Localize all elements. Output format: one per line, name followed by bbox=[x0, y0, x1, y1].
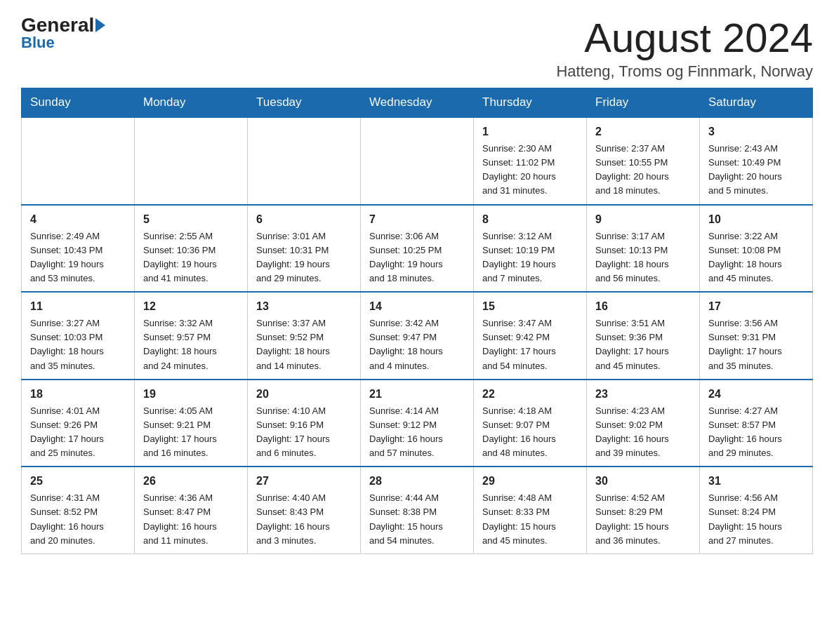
day-number: 20 bbox=[256, 386, 352, 403]
day-number: 11 bbox=[30, 298, 126, 315]
calendar-week-row: 25Sunrise: 4:31 AM Sunset: 8:52 PM Dayli… bbox=[22, 467, 813, 554]
calendar-cell: 24Sunrise: 4:27 AM Sunset: 8:57 PM Dayli… bbox=[700, 380, 813, 467]
day-number: 12 bbox=[143, 298, 239, 315]
calendar-cell: 26Sunrise: 4:36 AM Sunset: 8:47 PM Dayli… bbox=[135, 467, 248, 554]
day-info: Sunrise: 3:51 AM Sunset: 9:36 PM Dayligh… bbox=[595, 316, 691, 373]
day-info: Sunrise: 3:37 AM Sunset: 9:52 PM Dayligh… bbox=[256, 316, 352, 373]
calendar-cell: 16Sunrise: 3:51 AM Sunset: 9:36 PM Dayli… bbox=[587, 292, 700, 380]
day-info: Sunrise: 2:43 AM Sunset: 10:49 PM Daylig… bbox=[708, 142, 804, 199]
day-number: 14 bbox=[369, 298, 465, 315]
day-info: Sunrise: 4:05 AM Sunset: 9:21 PM Dayligh… bbox=[143, 404, 239, 461]
calendar-cell: 23Sunrise: 4:23 AM Sunset: 9:02 PM Dayli… bbox=[587, 380, 700, 467]
weekday-header-monday: Monday bbox=[135, 88, 248, 118]
day-number: 16 bbox=[595, 298, 691, 315]
day-info: Sunrise: 3:22 AM Sunset: 10:08 PM Daylig… bbox=[708, 229, 804, 286]
day-info: Sunrise: 3:27 AM Sunset: 10:03 PM Daylig… bbox=[30, 316, 126, 373]
day-info: Sunrise: 3:56 AM Sunset: 9:31 PM Dayligh… bbox=[708, 316, 804, 373]
calendar-cell: 22Sunrise: 4:18 AM Sunset: 9:07 PM Dayli… bbox=[474, 380, 587, 467]
calendar-cell: 15Sunrise: 3:47 AM Sunset: 9:42 PM Dayli… bbox=[474, 292, 587, 380]
calendar-cell: 21Sunrise: 4:14 AM Sunset: 9:12 PM Dayli… bbox=[361, 380, 474, 467]
day-number: 6 bbox=[256, 211, 352, 228]
logo-blue: Blue bbox=[21, 34, 55, 52]
calendar-cell: 30Sunrise: 4:52 AM Sunset: 8:29 PM Dayli… bbox=[587, 467, 700, 554]
day-info: Sunrise: 4:18 AM Sunset: 9:07 PM Dayligh… bbox=[482, 404, 578, 461]
day-info: Sunrise: 4:44 AM Sunset: 8:38 PM Dayligh… bbox=[369, 491, 465, 548]
day-info: Sunrise: 4:48 AM Sunset: 8:33 PM Dayligh… bbox=[482, 491, 578, 548]
calendar-cell: 10Sunrise: 3:22 AM Sunset: 10:08 PM Dayl… bbox=[700, 205, 813, 293]
day-number: 30 bbox=[595, 473, 691, 490]
logo: General Blue bbox=[21, 14, 107, 52]
logo-arrow-icon bbox=[95, 18, 105, 32]
title-block: August 2024 Hatteng, Troms og Finnmark, … bbox=[556, 14, 813, 81]
day-info: Sunrise: 4:27 AM Sunset: 8:57 PM Dayligh… bbox=[708, 404, 804, 461]
day-number: 15 bbox=[482, 298, 578, 315]
day-info: Sunrise: 2:49 AM Sunset: 10:43 PM Daylig… bbox=[30, 229, 126, 286]
day-info: Sunrise: 4:56 AM Sunset: 8:24 PM Dayligh… bbox=[708, 491, 804, 548]
day-number: 24 bbox=[708, 386, 804, 403]
day-number: 1 bbox=[482, 123, 578, 140]
day-info: Sunrise: 4:01 AM Sunset: 9:26 PM Dayligh… bbox=[30, 404, 126, 461]
day-number: 9 bbox=[595, 211, 691, 228]
calendar-table: SundayMondayTuesdayWednesdayThursdayFrid… bbox=[21, 88, 813, 554]
calendar-cell: 4Sunrise: 2:49 AM Sunset: 10:43 PM Dayli… bbox=[22, 205, 135, 293]
day-number: 8 bbox=[482, 211, 578, 228]
calendar-cell: 13Sunrise: 3:37 AM Sunset: 9:52 PM Dayli… bbox=[248, 292, 361, 380]
location-title: Hatteng, Troms og Finnmark, Norway bbox=[556, 62, 813, 81]
day-number: 26 bbox=[143, 473, 239, 490]
day-number: 2 bbox=[595, 123, 691, 140]
calendar-week-row: 11Sunrise: 3:27 AM Sunset: 10:03 PM Dayl… bbox=[22, 292, 813, 380]
day-info: Sunrise: 4:52 AM Sunset: 8:29 PM Dayligh… bbox=[595, 491, 691, 548]
calendar-cell: 6Sunrise: 3:01 AM Sunset: 10:31 PM Dayli… bbox=[248, 205, 361, 293]
calendar-header-row: SundayMondayTuesdayWednesdayThursdayFrid… bbox=[22, 88, 813, 118]
day-info: Sunrise: 3:06 AM Sunset: 10:25 PM Daylig… bbox=[369, 229, 465, 286]
calendar-cell: 9Sunrise: 3:17 AM Sunset: 10:13 PM Dayli… bbox=[587, 205, 700, 293]
day-number: 13 bbox=[256, 298, 352, 315]
weekday-header-wednesday: Wednesday bbox=[361, 88, 474, 118]
calendar-cell: 11Sunrise: 3:27 AM Sunset: 10:03 PM Dayl… bbox=[22, 292, 135, 380]
weekday-header-saturday: Saturday bbox=[700, 88, 813, 118]
day-number: 22 bbox=[482, 386, 578, 403]
calendar-week-row: 4Sunrise: 2:49 AM Sunset: 10:43 PM Dayli… bbox=[22, 205, 813, 293]
calendar-cell: 7Sunrise: 3:06 AM Sunset: 10:25 PM Dayli… bbox=[361, 205, 474, 293]
calendar-cell: 31Sunrise: 4:56 AM Sunset: 8:24 PM Dayli… bbox=[700, 467, 813, 554]
day-number: 29 bbox=[482, 473, 578, 490]
day-info: Sunrise: 3:32 AM Sunset: 9:57 PM Dayligh… bbox=[143, 316, 239, 373]
calendar-cell: 3Sunrise: 2:43 AM Sunset: 10:49 PM Dayli… bbox=[700, 117, 813, 205]
calendar-cell: 5Sunrise: 2:55 AM Sunset: 10:36 PM Dayli… bbox=[135, 205, 248, 293]
day-info: Sunrise: 3:12 AM Sunset: 10:19 PM Daylig… bbox=[482, 229, 578, 286]
weekday-header-tuesday: Tuesday bbox=[248, 88, 361, 118]
day-info: Sunrise: 3:01 AM Sunset: 10:31 PM Daylig… bbox=[256, 229, 352, 286]
day-info: Sunrise: 2:37 AM Sunset: 10:55 PM Daylig… bbox=[595, 142, 691, 199]
day-info: Sunrise: 2:30 AM Sunset: 11:02 PM Daylig… bbox=[482, 142, 578, 199]
day-number: 17 bbox=[708, 298, 804, 315]
calendar-cell: 17Sunrise: 3:56 AM Sunset: 9:31 PM Dayli… bbox=[700, 292, 813, 380]
calendar-cell bbox=[361, 117, 474, 205]
calendar-cell: 27Sunrise: 4:40 AM Sunset: 8:43 PM Dayli… bbox=[248, 467, 361, 554]
calendar-week-row: 1Sunrise: 2:30 AM Sunset: 11:02 PM Dayli… bbox=[22, 117, 813, 205]
calendar-cell: 25Sunrise: 4:31 AM Sunset: 8:52 PM Dayli… bbox=[22, 467, 135, 554]
calendar-cell: 14Sunrise: 3:42 AM Sunset: 9:47 PM Dayli… bbox=[361, 292, 474, 380]
day-info: Sunrise: 3:47 AM Sunset: 9:42 PM Dayligh… bbox=[482, 316, 578, 373]
day-info: Sunrise: 4:10 AM Sunset: 9:16 PM Dayligh… bbox=[256, 404, 352, 461]
calendar-cell bbox=[135, 117, 248, 205]
weekday-header-sunday: Sunday bbox=[22, 88, 135, 118]
calendar-cell: 19Sunrise: 4:05 AM Sunset: 9:21 PM Dayli… bbox=[135, 380, 248, 467]
day-info: Sunrise: 4:40 AM Sunset: 8:43 PM Dayligh… bbox=[256, 491, 352, 548]
calendar-week-row: 18Sunrise: 4:01 AM Sunset: 9:26 PM Dayli… bbox=[22, 380, 813, 467]
day-info: Sunrise: 4:23 AM Sunset: 9:02 PM Dayligh… bbox=[595, 404, 691, 461]
day-number: 25 bbox=[30, 473, 126, 490]
day-number: 4 bbox=[30, 211, 126, 228]
calendar-cell bbox=[248, 117, 361, 205]
day-number: 18 bbox=[30, 386, 126, 403]
weekday-header-friday: Friday bbox=[587, 88, 700, 118]
page-header: General Blue August 2024 Hatteng, Troms … bbox=[21, 14, 813, 81]
day-number: 21 bbox=[369, 386, 465, 403]
calendar-cell: 20Sunrise: 4:10 AM Sunset: 9:16 PM Dayli… bbox=[248, 380, 361, 467]
day-number: 28 bbox=[369, 473, 465, 490]
weekday-header-thursday: Thursday bbox=[474, 88, 587, 118]
day-number: 31 bbox=[708, 473, 804, 490]
day-number: 10 bbox=[708, 211, 804, 228]
day-info: Sunrise: 4:14 AM Sunset: 9:12 PM Dayligh… bbox=[369, 404, 465, 461]
calendar-cell: 8Sunrise: 3:12 AM Sunset: 10:19 PM Dayli… bbox=[474, 205, 587, 293]
calendar-cell: 28Sunrise: 4:44 AM Sunset: 8:38 PM Dayli… bbox=[361, 467, 474, 554]
